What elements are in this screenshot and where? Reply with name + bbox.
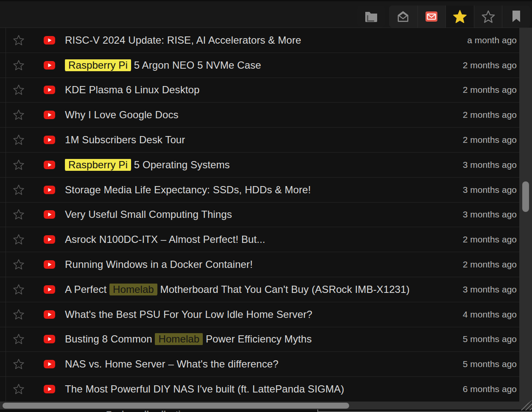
- title-text: Running Windows in a Docker Container!: [65, 259, 253, 270]
- folder-icon: [364, 11, 378, 22]
- search-highlight: Homelab: [155, 333, 203, 345]
- title-text: 5 Argon NEO 5 NVMe Case: [131, 59, 261, 71]
- feed-item-row[interactable]: Very Useful Small Computing Things 3 mon…: [0, 203, 519, 228]
- feed-item-row[interactable]: Why I Love Google Docs 2 months ago: [0, 103, 519, 128]
- title-text: A Perfect: [65, 284, 109, 295]
- feed-item-row[interactable]: What's the Best PSU For Your Low Idle Ho…: [0, 302, 519, 327]
- title-text: KDE Plasma 6 Linux Desktop: [65, 84, 199, 95]
- mail-open-button[interactable]: [389, 6, 417, 28]
- item-time: 2 months ago: [463, 259, 517, 270]
- feed-reader-window: RISC-V 2024 Update: RISE, AI Accelerator…: [0, 0, 532, 412]
- youtube-icon: [44, 310, 55, 319]
- youtube-icon: [44, 61, 55, 70]
- item-time: 2 months ago: [463, 110, 517, 120]
- item-time: 5 months ago: [463, 334, 517, 344]
- youtube-icon: [44, 360, 55, 368]
- item-time: 3 months ago: [463, 160, 517, 170]
- feed-item-row[interactable]: 1M Subscribers Desk Tour 2 months ago: [0, 128, 519, 153]
- title-text: Why I Love Google Docs: [65, 109, 179, 120]
- item-time: 6 months ago: [463, 384, 517, 394]
- item-title: Raspberry Pi 5 Argon NEO 5 NVMe Case: [65, 59, 261, 71]
- star-toggle-button[interactable]: [12, 383, 25, 395]
- star-filled-icon: [452, 9, 468, 24]
- item-time: 2 months ago: [463, 234, 517, 245]
- item-title: A Perfect Homelab Motherboard That You C…: [65, 284, 410, 295]
- horizontal-scrollbar[interactable]: [0, 402, 532, 409]
- star-toggle-button[interactable]: [12, 84, 25, 96]
- youtube-icon: [44, 385, 55, 393]
- item-time: a month ago: [467, 35, 517, 45]
- item-title: Asrock N100DC-ITX – Almost Perfect! But.…: [65, 234, 265, 245]
- star-toggle-button[interactable]: [12, 308, 25, 321]
- title-text: RISC-V 2024 Update: RISE, AI Accelerator…: [65, 34, 301, 46]
- item-time: 4 months ago: [463, 309, 517, 320]
- star-toggle-button[interactable]: [12, 159, 25, 171]
- mail-unread-button[interactable]: [417, 6, 446, 28]
- item-title: Running Windows in a Docker Container!: [65, 259, 253, 270]
- vertical-scrollbar-thumb[interactable]: [522, 181, 529, 212]
- article-list: RISC-V 2024 Update: RISE, AI Accelerator…: [0, 28, 519, 402]
- item-title: Storage Media Life Expectancy: SSDs, HDD…: [65, 184, 311, 196]
- feed-item-row[interactable]: Asrock N100DC-ITX – Almost Perfect! But.…: [0, 227, 519, 252]
- youtube-icon: [44, 86, 55, 94]
- title-text: 1M Subscribers Desk Tour: [65, 134, 185, 145]
- item-time: 2 months ago: [463, 135, 517, 145]
- feed-item-row[interactable]: Storage Media Life Expectancy: SSDs, HDD…: [0, 178, 519, 203]
- filter-button-group: [389, 6, 530, 28]
- clipped-footer-content: Explore all collections: [0, 409, 532, 412]
- star-toggle-button[interactable]: [12, 258, 25, 271]
- item-time: 2 months ago: [463, 85, 517, 95]
- horizontal-scrollbar-thumb[interactable]: [3, 403, 349, 409]
- item-title: Why I Love Google Docs: [65, 109, 179, 121]
- item-title: Busting 8 Common Homelab Power Efficienc…: [65, 333, 312, 345]
- feed-item-row[interactable]: Busting 8 Common Homelab Power Efficienc…: [0, 327, 519, 352]
- star-toggle-button[interactable]: [12, 208, 25, 221]
- vertical-scrollbar[interactable]: [519, 28, 532, 402]
- star-outline-icon: [481, 9, 496, 24]
- item-title: What's the Best PSU For Your Low Idle Ho…: [65, 309, 312, 320]
- item-title: NAS vs. Home Server – What's the differe…: [65, 358, 278, 370]
- item-title: Raspberry Pi 5 Operating Systems: [65, 159, 230, 171]
- youtube-icon: [44, 111, 55, 119]
- folder-button[interactable]: [357, 6, 385, 28]
- star-outline-filter-button[interactable]: [474, 6, 502, 28]
- feed-item-row[interactable]: RISC-V 2024 Update: RISE, AI Accelerator…: [0, 28, 519, 53]
- title-text: NAS vs. Home Server – What's the differe…: [65, 358, 278, 370]
- explore-collections-link[interactable]: Explore all collections: [106, 409, 196, 412]
- item-title: The Most Powerful DIY NAS I've built (ft…: [65, 383, 344, 395]
- star-toggle-button[interactable]: [12, 109, 25, 121]
- title-text: Motherboard That You Can't Buy (ASRock I…: [157, 284, 410, 295]
- starred-filter-button[interactable]: [445, 6, 474, 28]
- title-text: Power Efficiency Myths: [203, 333, 312, 345]
- title-text: Busting 8 Common: [65, 333, 155, 345]
- star-toggle-button[interactable]: [12, 333, 25, 345]
- star-toggle-button[interactable]: [12, 184, 25, 196]
- item-time: 3 months ago: [463, 185, 517, 195]
- feed-item-row[interactable]: The Most Powerful DIY NAS I've built (ft…: [0, 377, 519, 402]
- bookmark-button[interactable]: [502, 6, 530, 28]
- feed-item-row[interactable]: KDE Plasma 6 Linux Desktop 2 months ago: [0, 78, 519, 103]
- star-toggle-button[interactable]: [12, 59, 25, 72]
- star-toggle-button[interactable]: [12, 34, 25, 47]
- star-toggle-button[interactable]: [12, 134, 25, 146]
- feed-item-row[interactable]: Raspberry Pi 5 Argon NEO 5 NVMe Case 2 m…: [0, 53, 519, 78]
- title-text: 5 Operating Systems: [131, 159, 230, 170]
- mail-unread-icon: [426, 11, 437, 22]
- youtube-icon: [44, 161, 55, 169]
- star-toggle-button[interactable]: [12, 358, 25, 370]
- feed-item-row[interactable]: Raspberry Pi 5 Operating Systems 3 month…: [0, 153, 519, 178]
- title-text: Very Useful Small Computing Things: [65, 209, 232, 220]
- search-highlight: Homelab: [109, 284, 157, 295]
- youtube-icon: [44, 235, 55, 244]
- item-time: 3 months ago: [463, 209, 517, 220]
- youtube-icon: [44, 36, 55, 45]
- youtube-icon: [44, 210, 55, 219]
- feed-item-row[interactable]: Running Windows in a Docker Container! 2…: [0, 252, 519, 277]
- feed-item-row[interactable]: NAS vs. Home Server – What's the differe…: [0, 352, 519, 377]
- title-text: What's the Best PSU For Your Low Idle Ho…: [65, 309, 312, 320]
- feed-item-row[interactable]: A Perfect Homelab Motherboard That You C…: [0, 277, 519, 302]
- star-toggle-button[interactable]: [12, 233, 25, 246]
- star-toggle-button[interactable]: [12, 283, 25, 296]
- item-time: 5 months ago: [463, 359, 517, 369]
- item-title: 1M Subscribers Desk Tour: [65, 134, 185, 146]
